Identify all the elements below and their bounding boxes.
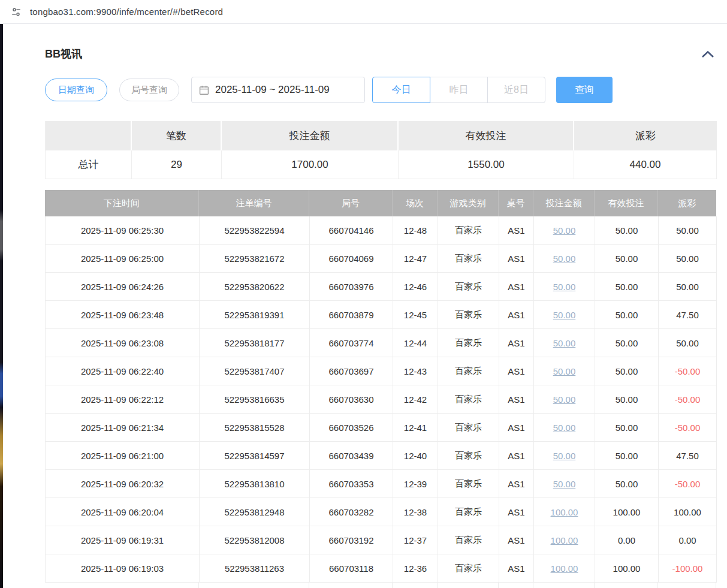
bet-amount-link[interactable]: 50.00 — [553, 254, 576, 264]
section-header: BB视讯 — [45, 47, 716, 61]
bet-amount-link[interactable]: 50.00 — [553, 479, 576, 489]
cell-bet-number: 522953817407 — [200, 357, 310, 385]
cell-bet-amount: 100.00 — [534, 526, 595, 554]
cell-bet-number: 522953811263 — [200, 554, 310, 583]
cell-bet-amount: 50.00 — [534, 385, 595, 414]
yesterday-button[interactable]: 昨日 — [430, 77, 488, 103]
cell-game-type: 百家乐 — [438, 470, 499, 498]
summary-header-blank — [46, 121, 132, 150]
table-row: 2025-11-09 06:22:12522953816635660703630… — [46, 385, 716, 414]
date-range-picker[interactable]: 2025-11-09 ~ 2025-11-09 — [191, 77, 365, 103]
search-button[interactable]: 查询 — [556, 77, 613, 103]
cell-payout: -50.00 — [659, 357, 717, 385]
summary-payout-value: 440.00 — [574, 150, 717, 179]
cell-bet-time: 2025-11-09 06:24:26 — [46, 273, 200, 301]
bet-amount-link[interactable]: 50.00 — [553, 338, 576, 348]
cell-valid-bet: 50.00 — [595, 414, 659, 442]
cell-game-type: 百家乐 — [438, 442, 499, 470]
collapse-section-button[interactable] — [699, 48, 716, 60]
cell-game-type: 百家乐 — [438, 301, 499, 329]
bet-amount-link[interactable]: 50.00 — [553, 310, 576, 320]
cell-bet-number: 522953821672 — [200, 245, 310, 273]
summary-header-row: 笔数 投注金额 有效投注 派彩 — [46, 121, 716, 150]
cell-round-number: 660703118 — [310, 554, 393, 583]
bet-amount-link[interactable]: 100.00 — [551, 563, 578, 574]
cell-payout: -50.00 — [659, 385, 717, 414]
page-title: BB视讯 — [45, 47, 82, 61]
table-row: 2025-11-09 06:19:31522953812008660703192… — [46, 526, 716, 554]
cell-game-type: 百家乐 — [438, 357, 499, 385]
cell-bet-amount: 50.00 — [534, 470, 595, 498]
cell-session: 12-39 — [393, 470, 438, 498]
cell-table-number: AS1 — [499, 470, 534, 498]
cell-bet-number: 522953816635 — [200, 385, 310, 414]
cell-round-number: 660703976 — [310, 273, 393, 301]
table-row: 2025-11-09 06:25:00522953821672660704069… — [46, 245, 716, 273]
cell-bet-number: 522953819391 — [200, 301, 310, 329]
cell-session: 12-42 — [393, 385, 438, 414]
bet-record-panel: BB视讯 日期查询 局号查询 2025-11-09 ~ 2025-11-09 — [3, 24, 727, 588]
cell-table-number: AS1 — [499, 301, 534, 329]
cell-session: 12-43 — [393, 357, 438, 385]
cell-round-number: 660703697 — [310, 357, 393, 385]
cell-round-number: 660703774 — [310, 329, 393, 357]
table-row: 2025-11-09 06:21:34522953815528660703526… — [46, 414, 716, 442]
cell-round-number: 660703353 — [310, 470, 393, 498]
cell-valid-bet: 50.00 — [595, 329, 659, 357]
cell-table-number: AS1 — [499, 385, 534, 414]
bet-amount-link[interactable]: 50.00 — [553, 282, 576, 292]
cell-bet-amount: 50.00 — [534, 357, 595, 385]
cell-table-number: AS1 — [499, 245, 534, 273]
cell-table-number: AS1 — [499, 329, 534, 357]
summary-count-value: 29 — [132, 150, 222, 179]
summary-bet-amount-value: 1700.00 — [222, 150, 399, 179]
summary-header-valid-bet: 有效投注 — [399, 121, 574, 150]
cell-game-type: 百家乐 — [438, 245, 499, 273]
url-text[interactable]: tongbao31.com:9900/infe/mcenter/#/betRec… — [30, 7, 223, 17]
cell-game-type: 百家乐 — [438, 526, 499, 554]
quick-date-group: 今日 昨日 近8日 — [372, 77, 545, 103]
bet-amount-link[interactable]: 50.00 — [553, 366, 576, 376]
cell-game-type: 百家乐 — [438, 273, 499, 301]
cell-bet-time: 2025-11-09 06:22:12 — [46, 385, 200, 414]
last-8-days-button[interactable]: 近8日 — [487, 77, 545, 103]
date-query-tab[interactable]: 日期查询 — [45, 79, 107, 101]
cell-valid-bet: 50.00 — [595, 301, 659, 329]
bet-amount-link[interactable]: 100.00 — [551, 507, 578, 517]
bet-table-body: 2025-11-09 06:25:30522953822594660704146… — [45, 216, 716, 583]
partial-row — [45, 583, 716, 588]
cell-valid-bet: 100.00 — [595, 554, 659, 583]
cell-session: 12-40 — [393, 442, 438, 470]
round-query-tab[interactable]: 局号查询 — [119, 79, 179, 101]
site-settings-icon[interactable] — [11, 7, 22, 17]
header-session: 场次 — [393, 190, 438, 216]
header-bet-amount: 投注金额 — [533, 190, 595, 216]
bet-amount-link[interactable]: 50.00 — [553, 423, 576, 433]
header-table-number: 桌号 — [499, 190, 533, 216]
header-bet-time: 下注时间 — [45, 190, 199, 216]
cell-payout: 50.00 — [659, 329, 717, 357]
cell-bet-time: 2025-11-09 06:19:03 — [46, 554, 200, 583]
bet-amount-link[interactable]: 100.00 — [551, 535, 578, 545]
cell-bet-time: 2025-11-09 06:20:04 — [46, 498, 200, 526]
today-button[interactable]: 今日 — [372, 77, 430, 103]
bet-amount-link[interactable]: 50.00 — [553, 225, 576, 236]
cell-bet-time: 2025-11-09 06:19:31 — [46, 526, 200, 554]
cell-bet-amount: 50.00 — [534, 414, 595, 442]
cell-game-type: 百家乐 — [438, 216, 499, 245]
cell-game-type: 百家乐 — [438, 385, 499, 414]
table-row: 2025-11-09 06:20:32522953813810660703353… — [46, 470, 716, 498]
cell-table-number: AS1 — [499, 526, 534, 554]
cell-table-number: AS1 — [499, 216, 534, 245]
bet-amount-link[interactable]: 50.00 — [553, 451, 576, 461]
bet-amount-link[interactable]: 50.00 — [553, 394, 576, 405]
cell-payout: 100.00 — [659, 498, 717, 526]
cell-payout: 50.00 — [659, 216, 717, 245]
cell-valid-bet: 50.00 — [595, 357, 659, 385]
cell-payout: 0.00 — [659, 526, 717, 554]
cell-bet-amount: 50.00 — [534, 216, 595, 245]
cell-valid-bet: 50.00 — [595, 470, 659, 498]
calendar-icon — [199, 85, 209, 95]
cell-payout: -100.00 — [659, 554, 717, 583]
cell-bet-number: 522953820622 — [200, 273, 310, 301]
